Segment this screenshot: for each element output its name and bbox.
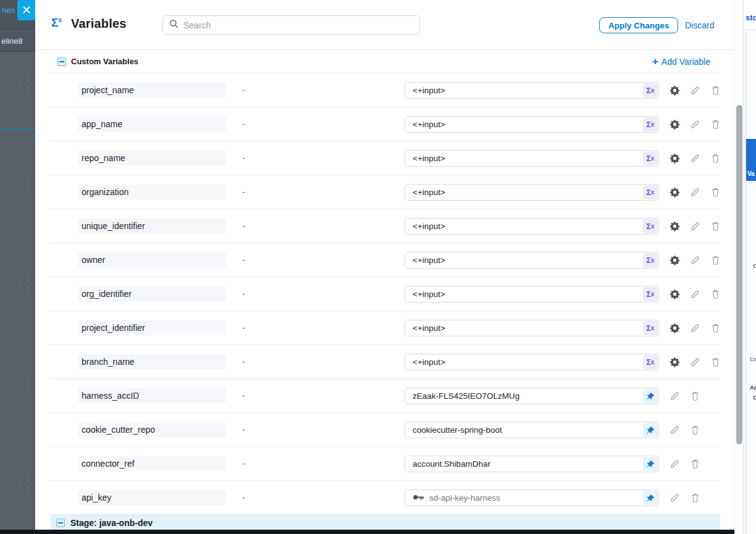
fixed-value-pin-icon[interactable] [643,389,658,403]
variable-name: cookie_cutter_repo [78,422,226,437]
close-panel-button[interactable] [17,0,35,20]
edit-variable-button[interactable] [689,119,700,130]
variable-required-value: - [242,153,245,163]
delete-variable-button[interactable] [710,289,721,300]
edit-variable-button[interactable] [689,85,700,96]
scrollbar-thumb[interactable] [736,105,742,444]
edit-variable-button[interactable] [669,425,680,436]
right-rail-top-link-partial[interactable]: stor [746,13,756,22]
runtime-input-icon[interactable]: Σx [643,83,658,98]
variable-settings-button[interactable] [669,221,680,232]
variable-value-input[interactable]: sd-api-key-harness Σx [405,490,659,506]
variable-value-input[interactable]: <+input> Σx [405,150,659,167]
variable-value-input[interactable]: <+input> Σx [405,320,659,336]
variable-settings-button[interactable] [669,153,680,164]
variable-name: project_name [78,83,226,98]
variable-required-value: - [242,323,245,333]
variables-panel-body: Custom Variables + Add Variable project_… [35,49,734,530]
runtime-input-icon[interactable]: Σx [643,355,658,369]
delete-variable-button[interactable] [689,391,700,402]
edit-variable-button[interactable] [669,493,680,504]
delete-variable-button[interactable] [710,119,721,130]
delete-variable-button[interactable] [689,425,700,436]
variable-value-input[interactable]: <+input> Σx [405,116,659,133]
variable-value-input[interactable]: <+input> Σx [405,82,659,99]
runtime-input-icon[interactable]: Σx [643,151,658,165]
delete-variable-button[interactable] [710,323,721,334]
runtime-input-icon[interactable]: Σx [643,287,658,301]
variable-value-text: <+input> [413,120,445,129]
edit-variable-button[interactable] [689,357,700,368]
pipelines-breadcrumb-partial[interactable]: nes [2,6,15,15]
variables-sigma-icon: Σx [51,16,62,30]
variable-row: connector_ref - account.ShibamDhar Σx [49,447,720,481]
variable-value-input[interactable]: account.ShibamDhar Σx [405,456,659,472]
variable-value-input[interactable]: <+input> Σx [405,218,659,235]
variable-value-input[interactable]: zEaak-FLS425IEO7OLzMUg Σx [405,388,659,404]
variable-required-value: - [242,85,245,95]
variable-value-input[interactable]: cookiecutter-spring-boot Σx [405,422,659,438]
variable-name: org_identifier [78,286,226,301]
delete-variable-button[interactable] [689,493,700,504]
variables-list: project_name - <+input> Σx [49,73,720,515]
variable-required-value: - [242,119,245,129]
variable-settings-button[interactable] [669,289,680,300]
variable-settings-button[interactable] [669,255,680,266]
delete-variable-button[interactable] [710,221,721,232]
variable-name: project_identifier [78,320,226,335]
runtime-input-icon[interactable]: Σx [643,253,658,267]
close-icon [23,5,30,16]
bottom-edge-strip [0,530,734,534]
variable-value-input[interactable]: <+input> Σx [405,252,659,269]
runtime-input-icon[interactable]: Σx [643,219,658,233]
variable-row: cookie_cutter_repo - cookiecutter-spring… [49,413,720,447]
add-variable-button[interactable]: + Add Variable [652,56,710,68]
variables-panel: Σx Variables Apply Changes Discard Custo… [35,0,734,534]
variable-settings-button[interactable] [669,187,680,198]
variable-value-input[interactable]: <+input> Σx [405,354,659,370]
fixed-value-pin-icon[interactable] [643,423,658,437]
search-box[interactable] [162,15,420,35]
variable-settings-button[interactable] [669,357,680,368]
edit-variable-button[interactable] [669,459,680,470]
stage-section-header[interactable]: Stage: java-onb-dev [51,515,720,530]
search-input[interactable] [183,20,413,30]
variable-value-input[interactable]: <+input> Σx [405,286,659,302]
edit-variable-button[interactable] [689,255,700,266]
runtime-input-icon[interactable]: Σx [643,321,658,335]
variable-value-text: sd-api-key-harness [429,493,500,503]
right-rail-panel [746,30,756,534]
variable-required-value: - [242,255,245,265]
variable-row: repo_name - <+input> Σx [49,141,720,175]
fixed-value-pin-icon[interactable] [643,457,658,471]
variable-value-input[interactable]: <+input> Σx [405,184,659,201]
edit-variable-button[interactable] [689,323,700,334]
edit-variable-button[interactable] [669,391,680,402]
edit-variable-button[interactable] [689,153,700,164]
edit-variable-button[interactable] [689,187,700,198]
apply-changes-button[interactable]: Apply Changes [599,17,678,33]
variable-settings-button[interactable] [669,85,680,96]
variables-vertical-tab[interactable]: Va [746,139,756,181]
delete-variable-button[interactable] [710,187,721,198]
fixed-value-pin-icon[interactable] [643,491,658,505]
variable-name: branch_name [78,354,226,369]
variable-settings-button[interactable] [669,119,680,130]
discard-button[interactable]: Discard [685,20,714,30]
delete-variable-button[interactable] [689,459,700,470]
collapse-stage-icon[interactable] [56,519,65,527]
edit-variable-button[interactable] [689,221,700,232]
delete-variable-button[interactable] [710,255,721,266]
delete-variable-button[interactable] [710,153,721,164]
delete-variable-button[interactable] [710,357,721,368]
variable-settings-button[interactable] [669,323,680,334]
edit-variable-button[interactable] [689,289,700,300]
runtime-input-icon[interactable]: Σx [643,185,658,199]
variable-value-text: <+input> [413,222,445,231]
variable-required-value: - [242,425,245,435]
collapse-section-icon[interactable] [57,57,66,66]
pipeline-tab-partial[interactable]: eline8 [0,31,35,51]
custom-variables-title: Custom Variables [71,57,138,66]
delete-variable-button[interactable] [710,85,721,96]
runtime-input-icon[interactable]: Σx [643,117,658,131]
